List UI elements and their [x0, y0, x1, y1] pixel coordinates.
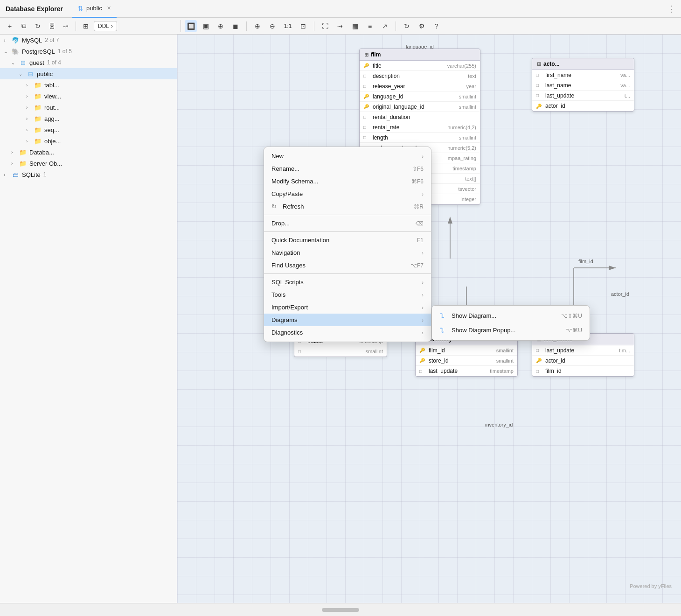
zoom-level-label: 1:1 — [281, 23, 294, 29]
fit-button[interactable]: ⊡ — [297, 20, 309, 32]
grid-icon: ⊞ — [83, 22, 89, 30]
sidebar-item-serverobj[interactable]: › 📁 Server Ob... — [0, 158, 177, 169]
menu-item-navigation[interactable]: Navigation › — [264, 246, 431, 259]
menu-item-drop[interactable]: Drop... ⌫ — [264, 217, 431, 230]
select-tool-button[interactable]: 🔲 — [185, 20, 197, 32]
tab-close-button[interactable]: ✕ — [107, 5, 111, 11]
jump-button[interactable]: ⤻ — [60, 20, 72, 32]
ddl-button[interactable]: DDL › — [94, 21, 117, 31]
public-tab[interactable]: ⇅ public ✕ — [72, 0, 117, 18]
navigation-label: Navigation — [271, 249, 418, 256]
menu-item-new[interactable]: New › — [264, 150, 431, 162]
menu-item-diagrams[interactable]: Diagrams › — [264, 314, 431, 326]
actor-table-grid-icon: ⊞ — [537, 61, 541, 67]
col-title: title — [373, 63, 445, 69]
submenu-item-showpopup[interactable]: ⇅ Show Diagram Popup... ⌥⌘U — [432, 323, 590, 337]
toolbar-separator-1 — [76, 21, 76, 31]
sidebar-item-sqlite[interactable]: › 🗃 SQLite 1 — [0, 169, 177, 180]
pin-button[interactable]: ⊕ — [215, 20, 227, 32]
comment-button[interactable]: ◼ — [229, 20, 242, 32]
sidebar-item-routines[interactable]: › 📁 rout... — [0, 102, 177, 113]
app-title: Database Explorer — [6, 5, 63, 13]
actor-firstname-row: □ first_name va... — [532, 70, 634, 80]
menu-item-refresh[interactable]: ↻ Refresh ⌘R — [264, 200, 431, 213]
comment-icon: ◼ — [233, 22, 238, 30]
sqlscripts-arrow-icon: › — [422, 280, 424, 285]
zoom-in-button[interactable]: ⊕ — [251, 20, 264, 32]
grid-icon-button[interactable]: ⊞ — [80, 20, 92, 32]
views-label: view... — [44, 93, 61, 100]
obj-folder-icon: 📁 — [34, 137, 42, 145]
actor-lastupdate-row: □ last_update t... — [532, 91, 634, 101]
submenu-item-showdiagram[interactable]: ⇅ Show Diagram... ⌥⇧⌘U — [432, 308, 590, 323]
col-release-year-type: year — [466, 84, 476, 89]
datasource-button[interactable]: 🗄 — [46, 20, 58, 32]
refresh-button[interactable]: ↻ — [32, 20, 44, 32]
refresh-diagram-button[interactable]: ↻ — [401, 20, 413, 32]
zoom-out-icon: ⊖ — [270, 22, 275, 30]
film-description-row: □ description text — [360, 71, 480, 81]
menu-item-diagnostics[interactable]: Diagnostics › — [264, 326, 431, 339]
drop-shortcut: ⌫ — [416, 220, 424, 227]
menu-item-findusages[interactable]: Find Usages ⌥F7 — [264, 259, 431, 272]
more-options-button[interactable]: ⋮ — [667, 4, 675, 14]
diagnostics-label: Diagnostics — [271, 329, 418, 336]
settings-button[interactable]: ⚙ — [416, 20, 428, 32]
sidebar-item-views[interactable]: › 📁 view... — [0, 91, 177, 102]
tab-label: public — [86, 5, 102, 12]
col-rating-type: mpaa_rating — [448, 155, 476, 161]
new-arrow-icon: › — [422, 154, 424, 159]
add-button[interactable]: + — [4, 20, 16, 32]
sidebar-item-aggregates[interactable]: › 📁 agg... — [0, 113, 177, 124]
menu-item-importexport[interactable]: Import/Export › — [264, 301, 431, 314]
sidebar-item-public[interactable]: ⌄ ⊟ public — [0, 68, 177, 79]
sidebar-item-sequences[interactable]: › 📁 seq... — [0, 124, 177, 135]
sidebar-item-tables[interactable]: › 📁 tabl... — [0, 79, 177, 91]
showpopup-label: Show Diagram Popup... — [452, 327, 566, 334]
film-rental-rate-row: □ rental_rate numeric(4,2) — [360, 122, 480, 133]
sidebar-item-postgresql[interactable]: ⌄ 🐘 PostgreSQL 1 of 5 — [0, 46, 177, 57]
menu-item-copypaste[interactable]: Copy/Paste › — [264, 188, 431, 200]
table-view-button[interactable]: ▦ — [349, 20, 361, 32]
menu-item-sqlscripts[interactable]: SQL Scripts › — [264, 276, 431, 288]
layout-button[interactable]: ▣ — [200, 20, 212, 32]
col-first-name: first_name — [545, 72, 618, 78]
copy-button[interactable]: ⧉ — [18, 20, 30, 32]
copypaste-arrow-icon: › — [422, 191, 424, 197]
diagram-area[interactable]: language_id film_id film_id film_id acto… — [177, 35, 681, 603]
menu-item-modify[interactable]: Modify Schema... ⌘F6 — [264, 175, 431, 188]
add-icon: + — [8, 22, 12, 30]
col-inv-store-id-type: smallint — [496, 358, 514, 364]
export-button[interactable]: ↗ — [379, 20, 391, 32]
ddl-arrow-icon: › — [111, 23, 113, 29]
horizontal-scrollbar[interactable] — [322, 608, 359, 612]
ddl-label: DDL — [98, 23, 109, 29]
sqlite-chevron-icon: › — [4, 172, 11, 177]
col-last-name-type: va... — [620, 83, 630, 88]
arrange-button[interactable]: ⛶ — [319, 20, 331, 32]
seq-label: seq... — [44, 126, 59, 133]
menu-item-rename[interactable]: Rename... ⇧F6 — [264, 162, 431, 175]
sidebar-item-guest[interactable]: ⌄ ⊞ guest 1 of 4 — [0, 57, 177, 68]
routines-label: rout... — [44, 104, 60, 111]
columns-button[interactable]: ≡ — [364, 20, 376, 32]
refresh-menu-icon: ↻ — [271, 203, 280, 210]
zoom-out-button[interactable]: ⊖ — [266, 20, 278, 32]
tab-bar: ⇅ public ✕ — [72, 0, 117, 18]
sidebar-item-objects[interactable]: › 📁 obje... — [0, 135, 177, 147]
route-button[interactable]: ⇢ — [334, 20, 346, 32]
col-film-id-type: integer — [460, 196, 476, 202]
film-length-row: □ length smallint — [360, 133, 480, 143]
col-length-type: smallint — [459, 135, 476, 140]
menu-item-tools[interactable]: Tools › — [264, 288, 431, 301]
col-actor-id: actor_id — [545, 103, 627, 109]
sidebar-item-mysql[interactable]: › 🐬 MySQL 2 of 7 — [0, 35, 177, 46]
help-button[interactable]: ? — [431, 20, 443, 32]
main-content: › 🐬 MySQL 2 of 7 ⌄ 🐘 PostgreSQL 1 of 5 ⌄… — [0, 35, 681, 603]
guest-badge: 1 of 4 — [47, 59, 61, 66]
sidebar-item-databases[interactable]: › 📁 Databa... — [0, 147, 177, 158]
col-replacement-cost-type: numeric(5,2) — [447, 145, 476, 151]
main-toolbar: + ⧉ ↻ 🗄 ⤻ ⊞ DDL › 🔲 ▣ ⊕ — [0, 18, 681, 35]
copypaste-label: Copy/Paste — [271, 190, 418, 197]
menu-item-quickdoc[interactable]: Quick Documentation F1 — [264, 234, 431, 246]
